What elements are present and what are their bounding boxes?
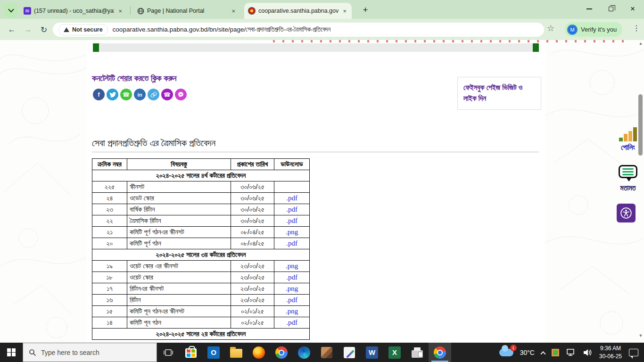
tab-mail[interactable]: ✉ (157 unread) - uco_sathia@yah × bbox=[20, 3, 127, 19]
download-link[interactable]: .png bbox=[286, 262, 298, 270]
close-icon[interactable]: × bbox=[117, 8, 124, 15]
download-link[interactable]: .pdf bbox=[286, 217, 297, 224]
network-button[interactable] bbox=[562, 343, 579, 362]
taskbar-app-fax-scan[interactable] bbox=[406, 343, 429, 362]
download-link[interactable]: .pdf bbox=[286, 273, 297, 281]
facebook-visit-box[interactable]: ফেইসবুক পেইজ ভিজিট ও লাইক দিন bbox=[457, 77, 541, 110]
download-link[interactable]: .pdf bbox=[286, 296, 297, 304]
date-cell: ০৮/০৪/২৫ bbox=[231, 227, 274, 238]
linkedin-icon[interactable]: in bbox=[134, 89, 146, 100]
section-title-row: ২০২৪-২০২৫ সালের ২য় কর্টারের প্রতিবেদন bbox=[92, 329, 310, 340]
tab-cooparative-site[interactable]: cooparative.santhia.pabna.gov.b × bbox=[244, 3, 352, 19]
task-view-button[interactable] bbox=[157, 343, 180, 362]
taskbar-app-word[interactable]: W bbox=[361, 343, 383, 362]
messenger-icon[interactable] bbox=[175, 89, 187, 100]
back-button[interactable]: ← bbox=[5, 23, 19, 37]
taskbar-app-edge[interactable] bbox=[293, 343, 315, 362]
taskbar-app-chrome-active[interactable] bbox=[429, 343, 451, 362]
subject-cell: ত্রৈমাসিক রির্টান bbox=[127, 215, 231, 227]
taskbar-clock[interactable]: 9:36 AM 30-06-25 bbox=[595, 345, 626, 360]
volume-button[interactable] bbox=[579, 343, 595, 362]
whatsapp-icon[interactable]: ☎ bbox=[120, 89, 132, 100]
taskbar-app-photos[interactable] bbox=[315, 343, 338, 362]
clock-date: 30-06-25 bbox=[599, 353, 622, 360]
serial-cell: ২৪ bbox=[92, 193, 127, 204]
minimize-button[interactable] bbox=[579, 0, 600, 18]
close-icon[interactable]: × bbox=[341, 8, 348, 15]
reload-button[interactable]: ↻ bbox=[37, 23, 51, 37]
tab-national-portal[interactable]: Page | National Portal × bbox=[133, 3, 240, 19]
serial-cell: ২০ bbox=[92, 238, 127, 249]
taskbar-app-editor[interactable] bbox=[338, 343, 361, 362]
taskbar-app-excel[interactable]: X bbox=[383, 343, 406, 362]
download-link[interactable]: .pdf bbox=[286, 319, 297, 326]
accessibility-icon bbox=[620, 207, 632, 219]
table-row: ১৪কমিটি পূন গঠন০২/০১/২৫.pdf bbox=[92, 317, 310, 329]
scrollbar[interactable]: ▲ ▼ bbox=[637, 40, 644, 343]
polling-widget[interactable]: পোলিং bbox=[618, 127, 638, 152]
search-icon bbox=[29, 349, 36, 356]
new-tab-button[interactable]: + bbox=[359, 4, 372, 16]
twitter-icon[interactable] bbox=[107, 89, 118, 100]
page-title: সেবা প্রদানপ্রতিশ্রুতি এর ত্রৈমাসিক প্রত… bbox=[92, 138, 215, 148]
facebook-icon[interactable]: f bbox=[93, 89, 105, 100]
serial-cell: ১৭ bbox=[92, 283, 127, 295]
taskbar-app-store[interactable] bbox=[180, 343, 202, 362]
download-link[interactable]: .png bbox=[286, 228, 298, 236]
main-column: কনটেন্টটি শেয়ার করতে ক্লিক করুন f ☎ in … bbox=[86, 40, 545, 343]
table-row: ২৩বার্ষিক রির্টান৩০/০৬/২৫.pdf bbox=[92, 204, 310, 215]
verify-profile-button[interactable]: M Verify it's you bbox=[565, 22, 622, 37]
table-row: ১৬রির্টান২৩/০৩/২৫.pdf bbox=[92, 295, 310, 306]
outlook-icon: O bbox=[207, 346, 220, 359]
serial-cell: ১৬ bbox=[92, 295, 127, 306]
subject-cell: স্কীনসট bbox=[127, 181, 231, 193]
download-link[interactable]: .png bbox=[286, 307, 298, 315]
start-button[interactable] bbox=[0, 343, 23, 362]
temperature-label[interactable]: 30°C bbox=[517, 343, 538, 362]
forward-button[interactable]: → bbox=[21, 23, 35, 37]
tab-search-button[interactable] bbox=[4, 3, 18, 17]
viber-icon[interactable]: ☎ bbox=[161, 89, 173, 100]
close-icon[interactable]: × bbox=[230, 8, 237, 15]
subject-cell: রির্টান bbox=[127, 295, 231, 306]
date-cell: ২৩/০৩/২৫ bbox=[231, 295, 274, 306]
bookmark-star-icon[interactable]: ☆ bbox=[547, 23, 554, 33]
show-hidden-icons-button[interactable] bbox=[538, 343, 548, 362]
col-download: ডাউনলোড bbox=[274, 159, 310, 170]
scrollbar-down-arrow[interactable]: ▼ bbox=[637, 333, 644, 340]
tab-separator bbox=[130, 6, 131, 15]
subject-cell: ওয়েট স্কোর এর স্কীনসট bbox=[127, 261, 231, 272]
taskbar-app-file-explorer[interactable] bbox=[225, 343, 248, 362]
section-title: ২০২৪-২০২৫ সালের ২য় কর্টারের প্রতিবেদন bbox=[92, 329, 310, 340]
action-center-button[interactable] bbox=[626, 343, 644, 362]
download-link[interactable]: .pdf bbox=[286, 194, 297, 202]
restore-window-button[interactable] bbox=[601, 0, 621, 18]
download-link[interactable]: .png bbox=[286, 285, 298, 292]
download-link[interactable]: .pdf bbox=[286, 239, 297, 247]
date-cell: ২৩/০৩/২৫ bbox=[231, 261, 274, 272]
browser-menu-icon[interactable]: ⋮ bbox=[633, 24, 640, 33]
taskbar-search[interactable]: Type here to search bbox=[23, 343, 157, 362]
notification-badge: 1 bbox=[510, 345, 517, 351]
copy-link-icon[interactable] bbox=[148, 89, 159, 100]
download-cell: .pdf bbox=[274, 317, 310, 329]
table-row: ২২ত্রৈমাসিক রির্টান৩০/০৬/২৫.pdf bbox=[92, 215, 310, 227]
task-view-icon bbox=[164, 348, 173, 357]
serial-cell: ১৫ bbox=[92, 306, 127, 317]
taskbar-app-chrome[interactable] bbox=[270, 343, 293, 362]
taskbar-app-firefox[interactable] bbox=[248, 343, 270, 362]
scrollbar-up-arrow[interactable]: ▲ bbox=[637, 41, 644, 48]
opinion-widget[interactable]: মতামত bbox=[617, 165, 639, 192]
col-date: প্রকাশের তারিখ bbox=[231, 159, 274, 170]
taskbar-app-outlook[interactable]: O bbox=[202, 343, 225, 362]
accessibility-button[interactable] bbox=[617, 204, 636, 222]
scrollbar-thumb[interactable] bbox=[638, 94, 643, 156]
not-secure-chip[interactable]: Not secure bbox=[58, 24, 108, 35]
serial-cell: ১৪ bbox=[92, 317, 127, 329]
tray-app-button[interactable] bbox=[548, 343, 562, 362]
weather-tray-item[interactable]: 1 bbox=[496, 343, 517, 362]
address-bar[interactable]: Not secure cooparative.santhia.pabna.gov… bbox=[53, 23, 544, 37]
close-window-button[interactable]: × bbox=[622, 0, 643, 18]
section-title-row: ২০২৪-২০২৫ সালের ৩য় কর্টারের প্রতিবেদন bbox=[92, 249, 310, 261]
download-link[interactable]: .pdf bbox=[286, 206, 297, 213]
